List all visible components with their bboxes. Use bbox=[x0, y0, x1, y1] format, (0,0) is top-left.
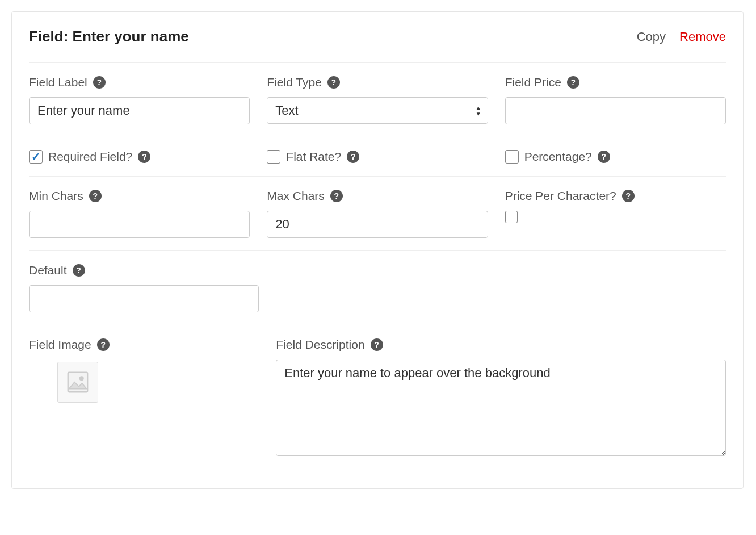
help-icon[interactable]: ? bbox=[598, 151, 610, 163]
default-input[interactable] bbox=[29, 285, 259, 312]
price-per-char-text: Price Per Character? bbox=[505, 189, 616, 203]
flat-rate-row: Flat Rate? ? bbox=[267, 150, 488, 164]
field-description-text: Field Description bbox=[276, 338, 364, 352]
panel-title: Field: Enter your name bbox=[29, 28, 189, 45]
help-icon[interactable]: ? bbox=[97, 338, 110, 351]
help-icon[interactable]: ? bbox=[89, 190, 102, 202]
min-chars-label: Min Chars ? bbox=[29, 189, 250, 203]
field-image-label: Field Image ? bbox=[29, 338, 259, 352]
help-icon[interactable]: ? bbox=[138, 151, 150, 163]
remove-button[interactable]: Remove bbox=[679, 30, 726, 44]
field-label-input[interactable] bbox=[29, 97, 250, 124]
help-icon[interactable]: ? bbox=[330, 190, 343, 202]
min-chars-group: Min Chars ? bbox=[29, 189, 250, 238]
min-chars-input[interactable] bbox=[29, 211, 250, 238]
default-group: Default ? bbox=[29, 264, 259, 312]
help-icon[interactable]: ? bbox=[371, 338, 383, 351]
field-price-input[interactable] bbox=[505, 97, 726, 124]
percentage-label: Percentage? bbox=[524, 150, 592, 164]
max-chars-label: Max Chars ? bbox=[267, 189, 488, 203]
field-description-label: Field Description ? bbox=[276, 338, 726, 352]
row-image-description: Field Image ? Field Description ? bbox=[29, 325, 726, 471]
field-type-group: Field Type ? Text ▲▼ bbox=[267, 76, 488, 124]
required-label: Required Field? bbox=[48, 150, 132, 164]
help-icon[interactable]: ? bbox=[567, 76, 579, 89]
field-label-group: Field Label ? bbox=[29, 76, 250, 124]
panel-actions: Copy Remove bbox=[637, 30, 726, 44]
field-label-text: Field Label bbox=[29, 76, 87, 89]
default-text: Default bbox=[29, 264, 67, 277]
flat-rate-checkbox[interactable] bbox=[267, 150, 280, 164]
field-type-select[interactable]: Text bbox=[267, 97, 488, 124]
field-description-textarea[interactable] bbox=[276, 360, 726, 456]
field-type-select-wrap: Text ▲▼ bbox=[267, 97, 488, 124]
max-chars-text: Max Chars bbox=[267, 189, 325, 203]
field-price-text: Field Price bbox=[505, 76, 561, 89]
image-placeholder[interactable] bbox=[57, 362, 98, 403]
title-value: Enter your name bbox=[73, 28, 189, 45]
required-group: Required Field? ? bbox=[29, 150, 250, 164]
percentage-row: Percentage? ? bbox=[505, 150, 726, 164]
help-icon[interactable]: ? bbox=[93, 76, 106, 89]
field-description-group: Field Description ? bbox=[276, 338, 726, 459]
max-chars-input[interactable] bbox=[267, 211, 488, 238]
row-default: Default ? bbox=[29, 250, 726, 325]
row-field-basic: Field Label ? Field Type ? Text ▲▼ Field… bbox=[29, 62, 726, 137]
default-label: Default ? bbox=[29, 264, 259, 277]
field-image-text: Field Image bbox=[29, 338, 91, 352]
required-checkbox[interactable] bbox=[29, 150, 43, 164]
min-chars-text: Min Chars bbox=[29, 189, 83, 203]
price-per-char-checkbox[interactable] bbox=[505, 211, 518, 223]
help-icon[interactable]: ? bbox=[347, 151, 359, 163]
max-chars-group: Max Chars ? bbox=[267, 189, 488, 238]
help-icon[interactable]: ? bbox=[622, 190, 635, 202]
panel-header: Field: Enter your name Copy Remove bbox=[29, 28, 726, 62]
flat-rate-group: Flat Rate? ? bbox=[267, 150, 488, 164]
required-row: Required Field? ? bbox=[29, 150, 250, 164]
price-per-char-label: Price Per Character? ? bbox=[505, 189, 726, 203]
field-price-label: Field Price ? bbox=[505, 76, 726, 89]
percentage-checkbox[interactable] bbox=[505, 150, 519, 164]
field-price-group: Field Price ? bbox=[505, 76, 726, 124]
field-type-text: Field Type bbox=[267, 76, 322, 89]
image-icon bbox=[65, 369, 91, 395]
flat-rate-label: Flat Rate? bbox=[286, 150, 341, 164]
svg-point-1 bbox=[80, 377, 83, 380]
row-chars: Min Chars ? Max Chars ? Price Per Charac… bbox=[29, 176, 726, 250]
field-type-label: Field Type ? bbox=[267, 76, 488, 89]
row-checkboxes: Required Field? ? Flat Rate? ? Percentag… bbox=[29, 137, 726, 176]
percentage-group: Percentage? ? bbox=[505, 150, 726, 164]
field-config-panel: Field: Enter your name Copy Remove Field… bbox=[11, 11, 744, 489]
help-icon[interactable]: ? bbox=[73, 264, 85, 277]
help-icon[interactable]: ? bbox=[327, 76, 340, 89]
field-label-label: Field Label ? bbox=[29, 76, 250, 89]
copy-button[interactable]: Copy bbox=[637, 30, 666, 44]
field-image-group: Field Image ? bbox=[29, 338, 259, 459]
price-per-char-group: Price Per Character? ? bbox=[505, 189, 726, 238]
title-prefix: Field: bbox=[29, 28, 73, 45]
